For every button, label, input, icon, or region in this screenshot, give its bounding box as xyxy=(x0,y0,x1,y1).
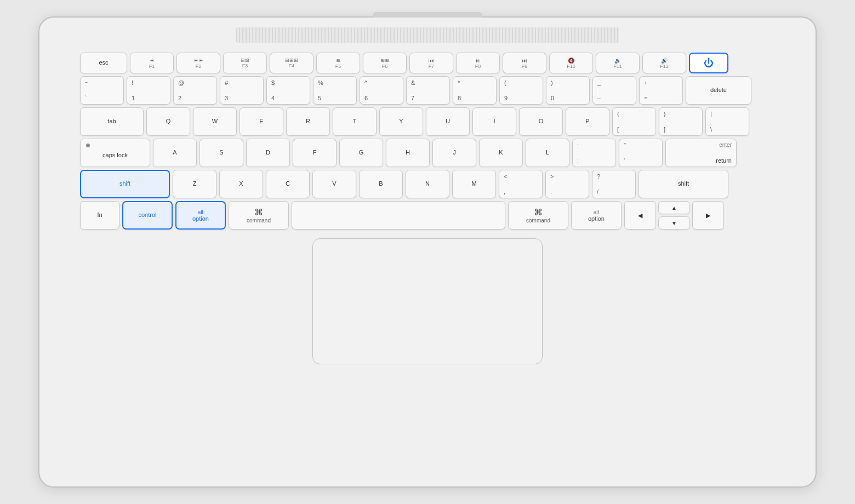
key-6[interactable]: ^ 6 xyxy=(360,76,403,105)
key-tab[interactable]: tab xyxy=(80,107,144,136)
key-slash[interactable]: ? / xyxy=(592,170,636,198)
arrow-updown-pair: ▲ ▼ xyxy=(658,201,690,230)
key-k[interactable]: K xyxy=(479,139,523,167)
key-f4[interactable]: ⊞⊞⊞ F4 xyxy=(270,53,314,73)
key-spacebar[interactable] xyxy=(292,201,505,230)
key-v[interactable]: V xyxy=(312,170,356,198)
key-d[interactable]: D xyxy=(246,139,290,167)
key-i[interactable]: I xyxy=(472,107,516,136)
key-r[interactable]: R xyxy=(286,107,330,136)
key-9[interactable]: ( 9 xyxy=(499,76,543,105)
key-4[interactable]: $ 4 xyxy=(266,76,310,105)
key-f6[interactable]: ≋≋ F6 xyxy=(363,53,407,73)
laptop-body: esc ☀ F1 ☀☀ F2 ⊟⊠ F3 ⊞⊞⊞ F4 ≋ F5 xyxy=(38,16,817,488)
key-u[interactable]: U xyxy=(426,107,470,136)
key-3[interactable]: # 3 xyxy=(220,76,264,105)
laptop-hinge xyxy=(373,12,482,18)
key-f12[interactable]: 🔊 F12 xyxy=(642,53,686,73)
key-power[interactable]: ⏻ xyxy=(689,53,728,73)
key-w[interactable]: W xyxy=(193,107,237,136)
key-m[interactable]: M xyxy=(452,170,496,198)
key-f2[interactable]: ☀☀ F2 xyxy=(176,53,220,73)
key-command-right[interactable]: ⌘ command xyxy=(508,201,568,230)
trackpad[interactable] xyxy=(312,238,543,364)
key-f3[interactable]: ⊟⊠ F3 xyxy=(223,53,267,73)
key-option-right[interactable]: alt option xyxy=(571,201,622,230)
key-a[interactable]: A xyxy=(153,139,197,167)
key-c[interactable]: C xyxy=(266,170,310,198)
key-z[interactable]: Z xyxy=(173,170,216,198)
key-l[interactable]: L xyxy=(526,139,569,167)
zxcv-row: shift Z X C V B N M < xyxy=(80,170,775,198)
key-arrow-right[interactable]: ▶ xyxy=(692,201,724,230)
asdf-row: caps lock A S D F G H J xyxy=(80,139,775,167)
key-equals[interactable]: + = xyxy=(639,76,683,105)
key-rbracket[interactable]: } ] xyxy=(659,107,703,136)
key-7[interactable]: & 7 xyxy=(406,76,450,105)
key-f11[interactable]: 🔉 F11 xyxy=(596,53,640,73)
key-control[interactable]: control xyxy=(122,201,173,230)
key-0[interactable]: ) 0 xyxy=(546,76,590,105)
bottom-section xyxy=(39,238,816,364)
key-arrow-down[interactable]: ▼ xyxy=(658,216,690,230)
key-1[interactable]: ! 1 xyxy=(127,76,170,105)
key-q[interactable]: Q xyxy=(146,107,190,136)
fn-row: esc ☀ F1 ☀☀ F2 ⊟⊠ F3 ⊞⊞⊞ F4 ≋ F5 xyxy=(80,53,775,73)
key-shift-right[interactable]: shift xyxy=(639,170,728,198)
key-arrow-left[interactable]: ◀ xyxy=(624,201,656,230)
key-arrow-up[interactable]: ▲ xyxy=(658,201,690,214)
key-period[interactable]: > . xyxy=(545,170,589,198)
key-h[interactable]: H xyxy=(386,139,430,167)
key-fn[interactable]: fn xyxy=(80,201,119,230)
key-f7[interactable]: ⏮ F7 xyxy=(409,53,453,73)
key-5[interactable]: % 5 xyxy=(313,76,357,105)
key-8[interactable]: * 8 xyxy=(453,76,497,105)
key-2[interactable]: @ 2 xyxy=(173,76,217,105)
key-f10[interactable]: 🔇 F10 xyxy=(549,53,593,73)
key-x[interactable]: X xyxy=(219,170,263,198)
key-esc[interactable]: esc xyxy=(80,53,127,73)
key-n[interactable]: N xyxy=(406,170,449,198)
number-row: ~ ` ! 1 @ 2 # 3 $ 4 % 5 xyxy=(80,76,775,105)
key-b[interactable]: B xyxy=(359,170,403,198)
key-o[interactable]: O xyxy=(519,107,563,136)
key-g[interactable]: G xyxy=(339,139,383,167)
key-f9[interactable]: ⏭ F9 xyxy=(503,53,546,73)
key-option-left[interactable]: alt option xyxy=(175,201,226,230)
key-e[interactable]: E xyxy=(240,107,283,136)
key-capslock[interactable]: caps lock xyxy=(80,139,150,167)
bottom-row: fn control alt option ⌘ command ⌘ comman… xyxy=(80,201,775,230)
key-comma[interactable]: < , xyxy=(499,170,543,198)
speaker-grille xyxy=(236,27,619,43)
key-semicolon[interactable]: : ; xyxy=(572,139,616,167)
key-delete[interactable]: delete xyxy=(686,76,751,105)
key-f8[interactable]: ⏯ F8 xyxy=(456,53,500,73)
key-f5[interactable]: ≋ F5 xyxy=(316,53,360,73)
key-t[interactable]: T xyxy=(333,107,377,136)
key-enter[interactable]: enter return xyxy=(665,139,737,167)
key-command-left[interactable]: ⌘ command xyxy=(229,201,289,230)
key-s[interactable]: S xyxy=(200,139,243,167)
key-p[interactable]: P xyxy=(566,107,609,136)
key-f[interactable]: F xyxy=(293,139,337,167)
key-quote[interactable]: " ' xyxy=(619,139,663,167)
key-shift-left[interactable]: shift xyxy=(80,170,170,198)
key-y[interactable]: Y xyxy=(379,107,423,136)
key-j[interactable]: J xyxy=(432,139,476,167)
qwerty-row: tab Q W E R T Y U I xyxy=(80,107,775,136)
keyboard-area: esc ☀ F1 ☀☀ F2 ⊟⊠ F3 ⊞⊞⊞ F4 ≋ F5 xyxy=(77,49,778,233)
key-minus[interactable]: _ – xyxy=(592,76,636,105)
arrow-keys: ◀ ▲ ▼ ▶ xyxy=(624,201,724,230)
key-lbracket[interactable]: { [ xyxy=(612,107,656,136)
key-backtick[interactable]: ~ ` xyxy=(80,76,124,105)
key-backslash[interactable]: | \ xyxy=(705,107,749,136)
key-f1[interactable]: ☀ F1 xyxy=(130,53,174,73)
